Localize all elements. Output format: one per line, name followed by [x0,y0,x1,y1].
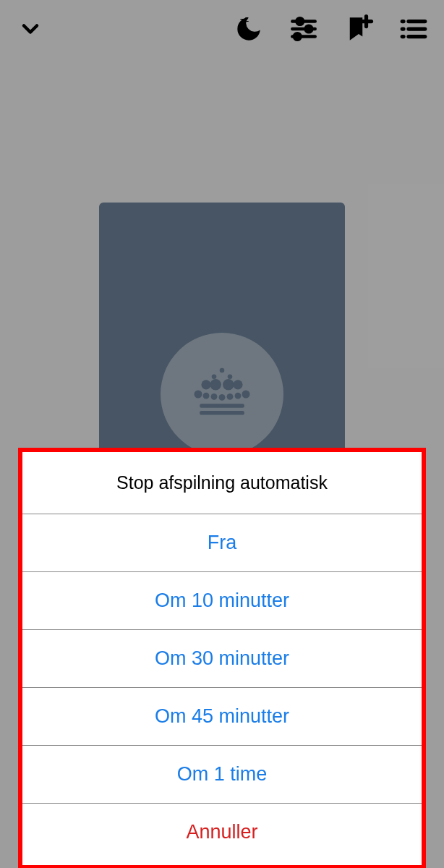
option-10min[interactable]: Om 10 minutter [22,572,422,630]
sheet-title: Stop afspilning automatisk [22,452,422,514]
cancel-button[interactable]: Annuller [22,804,422,865]
option-off[interactable]: Fra [22,514,422,572]
option-1hour[interactable]: Om 1 time [22,746,422,804]
sleep-timer-sheet: Stop afspilning automatisk Fra Om 10 min… [18,448,426,868]
option-30min[interactable]: Om 30 minutter [22,630,422,688]
option-45min[interactable]: Om 45 minutter [22,688,422,746]
